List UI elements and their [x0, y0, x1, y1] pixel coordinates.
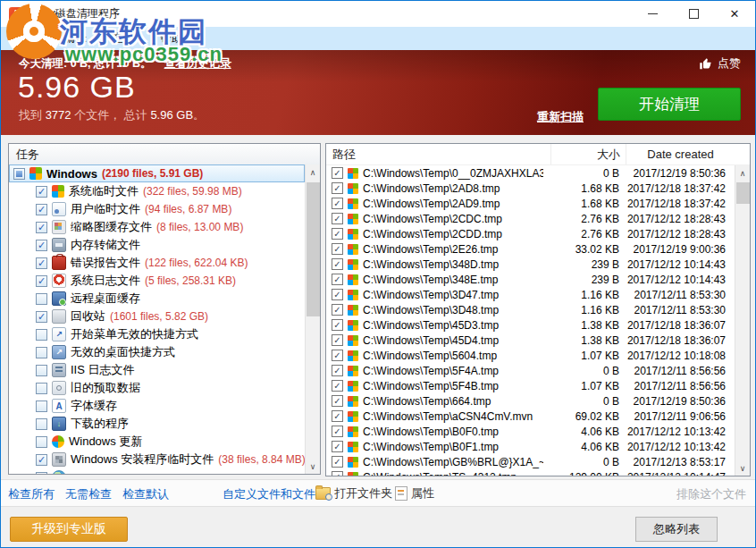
task-item[interactable]: IIS 日志文件: [9, 361, 305, 379]
task-item[interactable]: Windows (2190 files, 5.91 GB): [9, 164, 305, 182]
file-row[interactable]: C:\Windows\Temp\3D48.tmp 1.16 KB 2017/12…: [326, 302, 735, 317]
file-checkbox[interactable]: [332, 167, 343, 179]
file-row[interactable]: C:\Windows\Temp\0__0ZMJAXHXLA3Y~)7... 0 …: [326, 165, 735, 181]
check-none-link[interactable]: 无需检查: [65, 486, 112, 502]
file-row[interactable]: C:\Windows\Temp\3D47.tmp 1.16 KB 2017/12…: [326, 287, 735, 302]
scrollbar-thumb[interactable]: [307, 182, 320, 316]
task-checkbox[interactable]: [36, 436, 47, 448]
file-row[interactable]: C:\Windows\Temp\2CDD.tmp 2.76 KB 2017/12…: [326, 226, 735, 241]
scroll-up-icon[interactable]: [306, 164, 320, 180]
task-item[interactable]: 错误报告文件 (122 files, 622.04 KB): [9, 254, 305, 272]
task-checkbox[interactable]: [36, 275, 47, 287]
file-checkbox[interactable]: [332, 228, 343, 240]
task-checkbox[interactable]: [36, 329, 47, 341]
ignore-list-button[interactable]: 忽略列表: [635, 517, 718, 542]
task-checkbox[interactable]: [36, 454, 47, 466]
task-item[interactable]: 内存转储文件: [9, 236, 305, 254]
upgrade-pro-button[interactable]: 升级到专业版: [10, 517, 128, 542]
file-checkbox[interactable]: [332, 319, 343, 331]
file-row[interactable]: C:\Windows\Temp\45D4.tmp 1.38 KB 2017/12…: [326, 333, 735, 348]
scroll-down-icon[interactable]: [735, 460, 750, 476]
task-checkbox[interactable]: [36, 365, 47, 376]
file-checkbox[interactable]: [332, 426, 343, 437]
file-checkbox[interactable]: [332, 243, 343, 255]
file-checkbox[interactable]: [332, 456, 343, 468]
task-checkbox[interactable]: [36, 347, 47, 358]
task-item[interactable]: 用户临时文件 (94 files, 6.87 MB): [9, 200, 305, 218]
rescan-link[interactable]: 重新扫描: [537, 109, 584, 125]
maximize-button[interactable]: [673, 1, 714, 27]
task-checkbox[interactable]: [36, 400, 47, 412]
column-header-path[interactable]: 路径: [326, 147, 550, 163]
file-row[interactable]: C:\Windows\Temp\aCSN4CmV.mvn 69.02 KB 20…: [326, 409, 735, 424]
minimize-button[interactable]: [632, 1, 673, 27]
file-checkbox[interactable]: [332, 198, 343, 209]
task-checkbox[interactable]: [36, 257, 47, 269]
file-checkbox[interactable]: [332, 258, 343, 270]
task-checkbox[interactable]: [36, 383, 47, 394]
file-checkbox[interactable]: [332, 304, 343, 316]
scroll-up-icon[interactable]: [735, 165, 750, 181]
start-clean-button[interactable]: 开始清理: [598, 88, 741, 121]
file-checkbox[interactable]: [332, 471, 343, 476]
close-button[interactable]: ✕: [714, 1, 755, 27]
like-button[interactable]: 点赞: [699, 55, 741, 72]
menu-item-help[interactable]: 帮助: [151, 28, 192, 49]
files-scrollbar[interactable]: [735, 165, 750, 476]
file-checkbox[interactable]: [332, 334, 343, 346]
file-checkbox[interactable]: [332, 350, 343, 361]
file-row[interactable]: C:\Windows\Temp\2AD8.tmp 1.68 KB 2017/12…: [326, 181, 735, 196]
task-checkbox[interactable]: [36, 293, 47, 305]
file-row[interactable]: C:\Windows\Temp\348D.tmp 239 B 2017/12/1…: [326, 257, 735, 272]
file-row[interactable]: C:\Windows\Temp\348E.tmp 239 B 2017/12/1…: [326, 272, 735, 287]
file-row[interactable]: C:\Windows\Temp\5F4B.tmp 1.07 KB 2017/12…: [326, 378, 735, 393]
task-item[interactable]: 缩略图缓存文件 (8 files, 13.00 MB): [9, 218, 305, 236]
file-checkbox[interactable]: [332, 380, 343, 392]
task-item[interactable]: 旧的预取数据: [9, 379, 305, 397]
task-item[interactable]: 开始菜单无效的快捷方式: [9, 325, 305, 343]
file-row[interactable]: C:\Windows\Temp\TS_4312.tmp 129.00 KB 20…: [326, 469, 735, 476]
task-item[interactable]: 系统临时文件 (322 files, 59.98 MB): [9, 182, 305, 200]
menu-item-view[interactable]: 查看: [103, 28, 144, 49]
column-header-date[interactable]: Date created: [626, 144, 735, 164]
file-checkbox[interactable]: [332, 441, 343, 452]
file-row[interactable]: C:\Windows\Temp\5F4A.tmp 0 B 2017/12/11 …: [326, 363, 735, 378]
file-row[interactable]: C:\Windows\Temp\2CDC.tmp 2.76 KB 2017/12…: [326, 211, 735, 226]
exclude-file-label[interactable]: 排除这个文件: [676, 486, 746, 502]
task-item[interactable]: Windows 更新: [9, 433, 305, 451]
scroll-down-icon[interactable]: [306, 459, 320, 474]
scrollbar-thumb[interactable]: [736, 182, 750, 204]
file-row[interactable]: C:\Windows\Temp\GB%BRL@}X1A_~ETF... 0 B …: [326, 454, 735, 469]
file-checkbox[interactable]: [332, 213, 343, 224]
task-item[interactable]: 字体缓存: [9, 397, 305, 415]
menu-item-edit[interactable]: 编辑: [55, 28, 96, 49]
file-row[interactable]: C:\Windows\Temp\2AD9.tmp 1.68 KB 2017/12…: [326, 196, 735, 211]
task-item[interactable]: 回收站 (1601 files, 5.82 GB): [9, 308, 305, 325]
file-row[interactable]: C:\Windows\Temp\5604.tmp 1.07 KB 2017/12…: [326, 348, 735, 363]
task-checkbox[interactable]: [36, 311, 47, 323]
file-checkbox[interactable]: [332, 274, 343, 285]
check-all-link[interactable]: 检查所有: [8, 486, 55, 502]
column-header-size[interactable]: 大小: [550, 144, 626, 164]
task-checkbox[interactable]: [36, 204, 47, 215]
file-checkbox[interactable]: [332, 365, 343, 376]
task-checkbox[interactable]: [36, 418, 47, 430]
file-checkbox[interactable]: [332, 395, 343, 407]
task-checkbox[interactable]: [36, 222, 47, 233]
open-folder-button[interactable]: 打开文件夹: [315, 485, 392, 502]
file-checkbox[interactable]: [332, 410, 343, 422]
task-item[interactable]: [9, 468, 305, 474]
task-checkbox[interactable]: [36, 186, 47, 198]
task-checkbox[interactable]: [36, 472, 47, 475]
tasks-scrollbar[interactable]: [305, 164, 320, 474]
properties-button[interactable]: 属性: [395, 485, 434, 502]
task-item[interactable]: 系统日志文件 (5 files, 258.31 KB): [9, 272, 305, 290]
task-checkbox[interactable]: [13, 168, 25, 180]
file-row[interactable]: C:\Windows\Temp\2E26.tmp 33.02 KB 2017/1…: [326, 241, 735, 257]
menu-item-file[interactable]: 文件: [6, 28, 47, 49]
task-item[interactable]: 下载的程序: [9, 415, 305, 433]
custom-files-link[interactable]: 自定义文件和文件夹: [223, 486, 327, 502]
file-row[interactable]: C:\Windows\Temp\664.tmp 0 B 2017/12/19 8…: [326, 393, 735, 409]
task-item[interactable]: 无效的桌面快捷方式: [9, 343, 305, 361]
view-history-link[interactable]: 查看历史记录: [164, 57, 231, 70]
